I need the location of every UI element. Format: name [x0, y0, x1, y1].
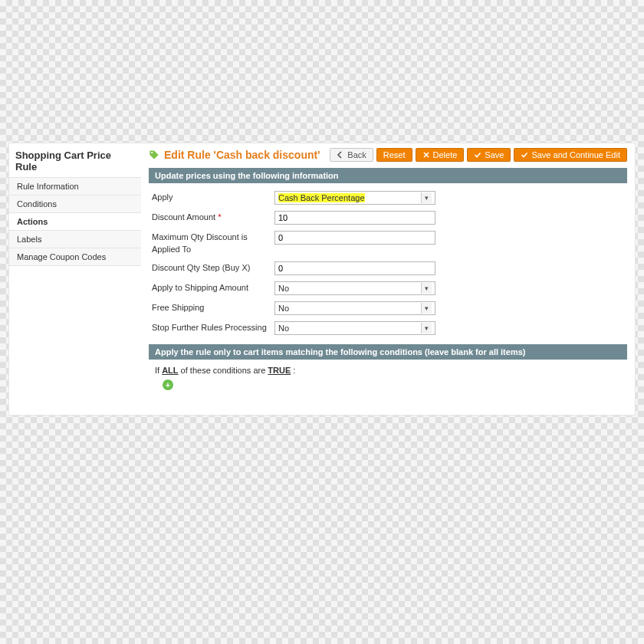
sidebar-item-manage-coupon-codes[interactable]: Manage Coupon Codes — [9, 248, 141, 266]
sidebar-item-conditions[interactable]: Conditions — [9, 195, 141, 212]
admin-panel: Shopping Cart Price Rule Rule Informatio… — [8, 143, 636, 416]
row-apply-shipping: Apply to Shipping Amount No ▾ — [152, 278, 624, 298]
sidebar-item-labels[interactable]: Labels — [9, 230, 141, 248]
row-stop-rules: Stop Further Rules Processing No ▾ — [152, 318, 624, 338]
label-apply: Apply — [152, 191, 274, 203]
back-button-label: Back — [347, 150, 366, 159]
cond-value[interactable]: TRUE — [268, 366, 291, 375]
button-row: Back Reset Delete Save Save and Continue… — [330, 148, 627, 162]
select-stop-rules[interactable]: No ▾ — [274, 321, 435, 335]
sidebar-item-rule-information[interactable]: Rule Information — [9, 177, 141, 195]
select-free-shipping[interactable]: No ▾ — [274, 301, 435, 315]
select-apply-shipping[interactable]: No ▾ — [274, 281, 435, 295]
select-apply[interactable]: Cash Back Percentage ▾ — [274, 191, 435, 205]
sidebar: Shopping Cart Price Rule Rule Informatio… — [9, 143, 141, 415]
cond-aggregator[interactable]: ALL — [162, 366, 178, 375]
main-content: Edit Rule 'Cash back discount' Back Rese… — [141, 143, 635, 415]
save-button[interactable]: Save — [467, 148, 511, 162]
section-head-conditions: Apply the rule only to cart items matchi… — [149, 344, 627, 360]
svg-point-0 — [151, 152, 153, 153]
row-free-shipping: Free Shipping No ▾ — [152, 298, 624, 318]
label-stop-rules: Stop Further Rules Processing — [152, 321, 274, 334]
select-apply-shipping-value: No — [278, 284, 289, 293]
label-apply-shipping: Apply to Shipping Amount — [152, 281, 274, 294]
save-continue-button-label: Save and Continue Edit — [531, 150, 620, 159]
condition-root-line: If ALL of these conditions are TRUE : — [155, 366, 621, 375]
select-free-shipping-value: No — [278, 304, 289, 313]
label-max-qty: Maximum Qty Discount is Applied To — [152, 231, 274, 255]
cond-prefix: If — [155, 366, 162, 375]
add-condition-button[interactable]: + — [163, 380, 173, 390]
title-left: Edit Rule 'Cash back discount' — [149, 149, 320, 161]
back-arrow-icon — [337, 151, 344, 159]
select-stop-rules-value: No — [278, 324, 289, 333]
plus-icon: + — [166, 381, 170, 389]
check-icon — [521, 151, 528, 159]
input-max-qty[interactable] — [274, 231, 435, 245]
row-qty-step: Discount Qty Step (Buy X) — [152, 258, 624, 278]
save-continue-button[interactable]: Save and Continue Edit — [514, 148, 627, 162]
sidebar-items: Rule Information Conditions Actions Labe… — [9, 177, 141, 266]
delete-icon — [422, 151, 430, 159]
chevron-down-icon: ▾ — [421, 283, 432, 294]
cond-mid: of these conditions are — [179, 366, 268, 375]
delete-button-label: Delete — [433, 150, 458, 159]
back-button[interactable]: Back — [330, 148, 373, 162]
row-apply: Apply Cash Back Percentage ▾ — [152, 188, 624, 208]
required-asterisk: * — [218, 212, 221, 222]
sidebar-title: Shopping Cart Price Rule — [9, 143, 141, 177]
title-bar: Edit Rule 'Cash back discount' Back Rese… — [149, 148, 627, 162]
cond-suffix: : — [291, 366, 295, 375]
label-discount-amount: Discount Amount * — [152, 211, 274, 223]
page-title: Edit Rule 'Cash back discount' — [164, 149, 320, 161]
chevron-down-icon: ▾ — [421, 323, 432, 334]
reset-button-label: Reset — [383, 150, 406, 159]
check-icon — [474, 151, 481, 159]
conditions-area: If ALL of these conditions are TRUE : + — [149, 360, 627, 401]
row-discount-amount: Discount Amount * — [152, 208, 624, 228]
reset-button[interactable]: Reset — [376, 148, 412, 162]
row-max-qty: Maximum Qty Discount is Applied To — [152, 228, 624, 258]
input-qty-step[interactable] — [274, 261, 435, 275]
form-update-prices: Apply Cash Back Percentage ▾ Discount Am… — [149, 183, 627, 341]
section-head-update-prices: Update prices using the following inform… — [149, 168, 627, 183]
delete-button[interactable]: Delete — [416, 148, 465, 162]
label-discount-amount-text: Discount Amount — [152, 212, 215, 222]
chevron-down-icon: ▾ — [421, 192, 432, 203]
sidebar-item-actions[interactable]: Actions — [9, 212, 141, 230]
tag-icon — [149, 150, 159, 160]
chevron-down-icon: ▾ — [421, 303, 432, 314]
input-discount-amount[interactable] — [274, 211, 435, 225]
save-button-label: Save — [485, 150, 504, 159]
label-qty-step: Discount Qty Step (Buy X) — [152, 261, 274, 274]
select-apply-value: Cash Back Percentage — [278, 193, 365, 202]
label-free-shipping: Free Shipping — [152, 301, 274, 314]
